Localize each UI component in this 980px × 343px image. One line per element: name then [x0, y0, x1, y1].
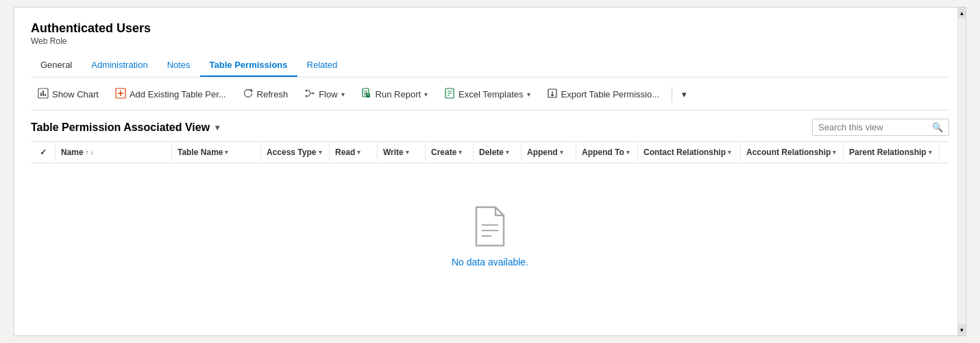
flow-icon — [304, 88, 315, 101]
col-access-chevron-icon: ▾ — [319, 149, 322, 156]
svg-rect-2 — [42, 91, 44, 96]
col-contact-rel[interactable]: Contact Relationship ▾ — [638, 143, 741, 161]
excel-chevron-icon: ▾ — [527, 91, 530, 98]
refresh-button[interactable]: Refresh — [236, 84, 295, 104]
check-icon: ✓ — [40, 147, 47, 157]
col-name[interactable]: Name ↑ ↓ — [56, 143, 172, 161]
empty-data-icon — [471, 204, 509, 248]
empty-state-message: No data available. — [452, 257, 528, 268]
show-chart-label: Show Chart — [52, 89, 99, 99]
col-read-chevron-icon: ▾ — [357, 149, 360, 156]
search-icon[interactable]: 🔍 — [932, 122, 943, 132]
view-title[interactable]: Table Permission Associated View ▾ — [31, 121, 219, 134]
col-write[interactable]: Write ▾ — [378, 143, 426, 161]
add-existing-label: Add Existing Table Per... — [130, 89, 226, 99]
title-area: Authenticated Users Web Role — [31, 21, 949, 46]
more-icon: ▾ — [682, 89, 687, 99]
col-table-name[interactable]: Table Name ▾ — [172, 143, 261, 161]
show-chart-button[interactable]: Show Chart — [31, 84, 106, 104]
col-account-rel-label: Account Relationship — [746, 147, 831, 157]
col-account-chevron-icon: ▾ — [833, 149, 836, 156]
add-existing-button[interactable]: Add Existing Table Per... — [108, 84, 233, 104]
col-contact-rel-label: Contact Relationship — [644, 147, 726, 157]
tab-general[interactable]: General — [31, 54, 82, 77]
svg-rect-1 — [40, 93, 42, 96]
view-title-text: Table Permission Associated View — [31, 121, 210, 134]
col-create[interactable]: Create ▾ — [426, 143, 474, 161]
col-append-chevron-icon: ▾ — [560, 149, 563, 156]
toolbar-separator — [672, 87, 672, 102]
col-contact-chevron-icon: ▾ — [728, 149, 731, 156]
scrollbar-up-button[interactable]: ▲ — [958, 8, 966, 19]
col-name-label: Name — [61, 147, 84, 157]
tab-notes[interactable]: Notes — [158, 54, 200, 77]
col-parent-rel[interactable]: Parent Relationship ▾ — [844, 143, 940, 161]
tab-administration[interactable]: Administration — [82, 54, 157, 77]
col-parent-chevron-icon: ▾ — [929, 149, 932, 156]
col-create-label: Create — [431, 147, 456, 157]
run-report-chevron-icon: ▾ — [424, 91, 428, 98]
col-create-chevron-icon: ▾ — [458, 149, 462, 156]
add-existing-icon — [115, 88, 126, 101]
show-chart-icon — [38, 88, 49, 101]
excel-templates-icon — [444, 88, 455, 101]
col-table-name-label: Table Name — [177, 147, 223, 157]
svg-point-9 — [306, 95, 308, 97]
main-card: Authenticated Users Web Role General Adm… — [14, 7, 966, 336]
tabs-bar: General Administration Notes Table Permi… — [31, 54, 949, 78]
view-dropdown-icon: ▾ — [215, 123, 219, 132]
flow-label: Flow — [319, 89, 337, 99]
col-write-label: Write — [383, 147, 404, 157]
refresh-label: Refresh — [257, 89, 289, 99]
col-delete-chevron-icon: ▾ — [506, 149, 509, 156]
col-parent-rel-label: Parent Relationship — [849, 147, 927, 157]
flow-button[interactable]: Flow ▾ — [297, 84, 351, 104]
col-delete-label: Delete — [479, 147, 504, 157]
view-header: Table Permission Associated View ▾ 🔍 — [31, 110, 949, 141]
sort-down-icon: ↓ — [90, 149, 94, 156]
col-table-chevron-icon: ▾ — [225, 149, 228, 156]
tab-table-permissions[interactable]: Table Permissions — [200, 54, 297, 77]
col-append-to[interactable]: Append To ▾ — [576, 143, 638, 161]
col-read[interactable]: Read ▾ — [330, 143, 378, 161]
run-report-button[interactable]: Run Report ▾ — [354, 84, 434, 104]
col-access-type-label: Access Type — [267, 147, 317, 157]
refresh-icon — [243, 88, 254, 101]
flow-chevron-icon: ▾ — [341, 91, 345, 98]
excel-templates-button[interactable]: Excel Templates ▾ — [437, 84, 537, 104]
table-header: ✓ Name ↑ ↓ Table Name ▾ Access Type ▾ Re… — [31, 141, 949, 163]
col-append[interactable]: Append ▾ — [522, 143, 576, 161]
col-account-rel[interactable]: Account Relationship ▾ — [741, 143, 844, 161]
run-report-icon — [361, 88, 372, 101]
empty-state: No data available. — [31, 163, 949, 295]
col-delete[interactable]: Delete ▾ — [474, 143, 522, 161]
svg-rect-3 — [45, 94, 46, 96]
more-button[interactable]: ▾ — [678, 86, 691, 103]
col-check[interactable]: ✓ — [31, 143, 56, 161]
page-subtitle: Web Role — [31, 36, 66, 46]
export-table-label: Export Table Permissio... — [561, 89, 660, 99]
svg-point-8 — [313, 93, 315, 95]
scrollbar-down-button[interactable]: ▼ — [958, 324, 966, 335]
tab-related[interactable]: Related — [297, 54, 347, 77]
col-write-chevron-icon: ▾ — [406, 149, 409, 156]
col-append-to-label: Append To — [582, 147, 624, 157]
export-table-button[interactable]: Export Table Permissio... — [540, 84, 667, 104]
search-box: 🔍 — [812, 119, 949, 136]
scrollbar[interactable]: ▲ ▼ — [957, 8, 966, 335]
search-input[interactable] — [818, 122, 928, 132]
col-read-label: Read — [335, 147, 355, 157]
run-report-label: Run Report — [376, 89, 421, 99]
sort-up-icon: ↑ — [86, 149, 89, 156]
toolbar: Show Chart Add Existing Table Per... Ref… — [31, 78, 949, 110]
excel-templates-label: Excel Templates — [458, 89, 523, 99]
export-table-icon — [547, 88, 558, 101]
svg-point-7 — [306, 90, 308, 92]
col-access-type[interactable]: Access Type ▾ — [261, 143, 330, 161]
col-append-label: Append — [527, 147, 558, 157]
col-appendto-chevron-icon: ▾ — [626, 149, 630, 156]
page-title: Authenticated Users — [31, 21, 949, 36]
